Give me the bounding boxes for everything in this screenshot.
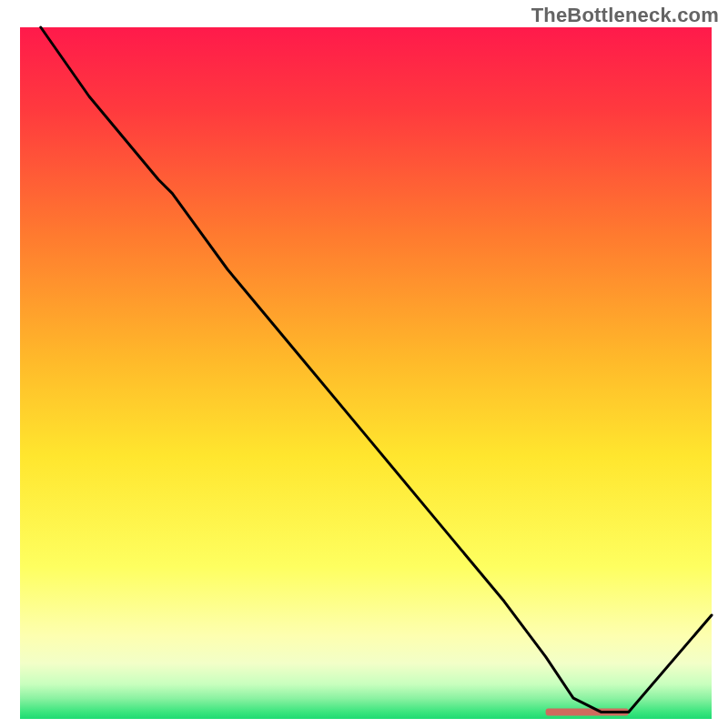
bottleneck-chart	[0, 0, 728, 728]
watermark-text: TheBottleneck.com	[531, 4, 719, 27]
gradient-background	[20, 27, 712, 719]
chart-container: TheBottleneck.com	[0, 0, 728, 728]
